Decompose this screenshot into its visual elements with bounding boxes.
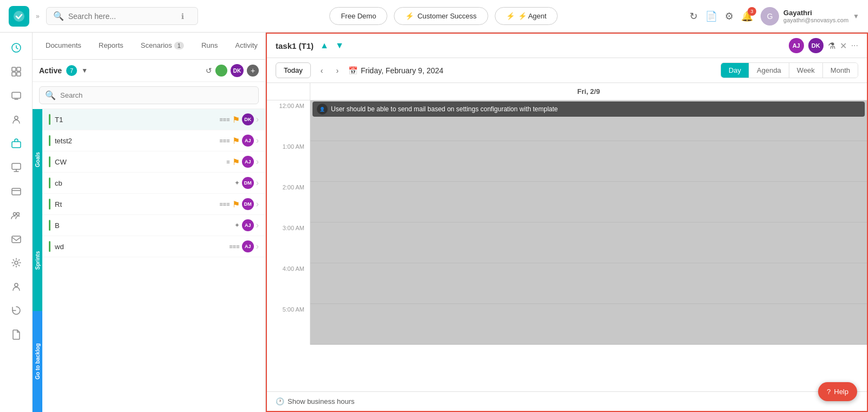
table-row[interactable]: Rt ≡≡≡ ⚑ DM › [42,194,265,215]
prev-day-button[interactable]: ‹ [317,64,327,77]
sidebar-item-doc[interactable] [5,324,27,345]
task-icons: ≡≡≡ ⚑ DK › [219,113,259,125]
free-demo-button[interactable]: Free Demo [329,7,387,25]
gear-task-icon: ✦ [234,221,240,229]
backlog-tab[interactable]: Go to backlog [33,311,42,412]
task-icons: ≡≡≡ AJ › [229,240,259,252]
upload-button[interactable]: ▲ [320,41,329,50]
task-icons: ≡≡≡ ⚑ DM › [219,198,259,210]
day-slot-12am[interactable]: 👤 User should be able to send mail based… [310,100,867,141]
user-dropdown-icon[interactable]: ▼ [853,12,859,20]
search-input[interactable] [68,12,177,21]
tab-runs[interactable]: Runs [193,33,226,59]
add-filter-button[interactable]: + [247,65,259,77]
sidebar-item-settings[interactable] [5,252,27,274]
week-view-button[interactable]: Week [789,63,823,78]
notifications-icon[interactable]: 🔔 3 [741,10,753,22]
day-slot-2am[interactable] [310,182,867,223]
user-info[interactable]: G Gayathri gayathri@snovasys.com ▼ [761,7,859,26]
table-row[interactable]: B ✦ AJ › [42,215,265,236]
sidebar-item-mail[interactable] [5,228,27,250]
tab-scenarios[interactable]: Scenarios 1 [132,33,193,59]
task-color-bar [49,156,50,167]
time-slot-12am: 12:00 AM [267,100,310,141]
undo-button[interactable]: ↺ [206,66,212,75]
time-slot-5am: 5:00 AM [267,304,310,345]
help-icon: ? [827,388,831,396]
month-view-button[interactable]: Month [823,63,858,78]
tab-documents[interactable]: Documents [37,33,90,59]
sidebar-item-team[interactable] [5,204,27,226]
sidebar-item-tv[interactable] [5,85,27,106]
sidebar-item-briefcase[interactable] [5,132,27,154]
filter-dropdown-icon[interactable]: ▼ [81,67,88,74]
date-label: Friday, February 9, 2024 [361,66,443,75]
task-avatar: DM [242,198,254,210]
day-view-button[interactable]: Day [721,63,749,78]
today-button[interactable]: Today [276,62,311,78]
active-count: 7 [66,65,77,76]
task-chevron[interactable]: › [256,136,259,145]
task-chevron[interactable]: › [256,220,259,230]
flag-icon: ⚑ [232,115,240,125]
sidebar-item-grid[interactable] [5,61,27,83]
tabs-row: Documents Reports Scenarios 1 Runs Activ… [33,33,265,60]
table-row[interactable]: tetst2 ≡≡≡ ⚑ AJ › [42,130,265,151]
global-search[interactable]: 🔍 ℹ [46,7,198,25]
sidebar-item-card[interactable] [5,180,27,202]
task-chevron[interactable]: › [256,199,259,209]
task-header-actions: AJ DK ⚗ ✕ ··· [789,38,858,53]
calendar-event[interactable]: 👤 User should be able to send mail based… [312,102,865,117]
flag-icon: ⚑ [232,136,240,146]
user-name: Gayathri [783,9,848,17]
task-chevron[interactable]: › [256,242,259,251]
more-options-icon[interactable]: ··· [851,41,858,50]
sidebar-item-clock[interactable] [5,37,27,59]
time-slot-4am: 4:00 AM [267,263,310,304]
tab-reports[interactable]: Reports [90,33,132,59]
next-day-button[interactable]: › [333,64,342,77]
document-icon[interactable]: 📄 [705,10,717,22]
agenda-view-button[interactable]: Agenda [749,63,789,78]
task-name: CW [55,158,222,166]
table-row[interactable]: CW ≡ ⚑ AJ › [42,151,265,173]
help-button[interactable]: ? Help [818,382,857,401]
sidebar-item-person[interactable] [5,109,27,130]
agent-button[interactable]: ⚡ ⚡ Agent [495,7,558,25]
download-button[interactable]: ▼ [335,41,344,50]
right-content: task1 (T1) ▲ ▼ AJ DK ⚗ ✕ ··· Today ‹ › 📅… [266,33,868,412]
secondary-sidebar: Documents Reports Scenarios 1 Runs Activ… [33,33,266,412]
day-slot-3am[interactable] [310,223,867,263]
task-icons: ≡ ⚑ AJ › [226,156,259,168]
bars-icon: ≡≡≡ [219,201,229,207]
settings-icon[interactable]: ⚙ [725,10,733,22]
time-slot-2am: 2:00 AM [267,182,310,223]
task-search-input[interactable] [60,91,253,99]
task-chevron[interactable]: › [256,157,259,167]
app-logo[interactable] [9,6,29,27]
filter-icon[interactable]: ⚗ [828,41,835,51]
table-row[interactable]: cb ✦ DM › [42,173,265,194]
sidebar-item-history[interactable] [5,300,27,321]
sidebar-item-monitor[interactable] [5,156,27,178]
customer-success-button[interactable]: ⚡ Customer Success [394,7,488,25]
goals-tab[interactable]: Goals [33,109,42,210]
table-row[interactable]: T1 ≡≡≡ ⚑ DK › [42,109,265,130]
day-slot-5am[interactable] [310,304,867,345]
table-row[interactable]: wd ≡≡≡ AJ › [42,236,265,257]
task-chevron[interactable]: › [256,178,259,188]
day-slot-4am[interactable] [310,263,867,304]
sidebar-item-user2[interactable] [5,276,27,297]
refresh-icon[interactable]: ↻ [690,10,698,22]
header-avatar-dk: DK [808,38,824,53]
close-filter-icon[interactable]: ✕ [840,41,847,51]
day-slot-1am[interactable] [310,141,867,182]
sprints-tab[interactable]: Sprints [33,210,42,311]
show-business-hours-label[interactable]: Show business hours [288,397,355,405]
agent-bolt-icon: ⚡ [506,12,515,20]
task-search[interactable]: 🔍 [39,86,259,104]
task-chevron[interactable]: › [256,115,259,124]
tab-activity[interactable]: Activity [227,33,265,59]
svg-point-7 [15,116,18,119]
filter-row: Active 7 ▼ ↺ DK + [33,60,265,82]
